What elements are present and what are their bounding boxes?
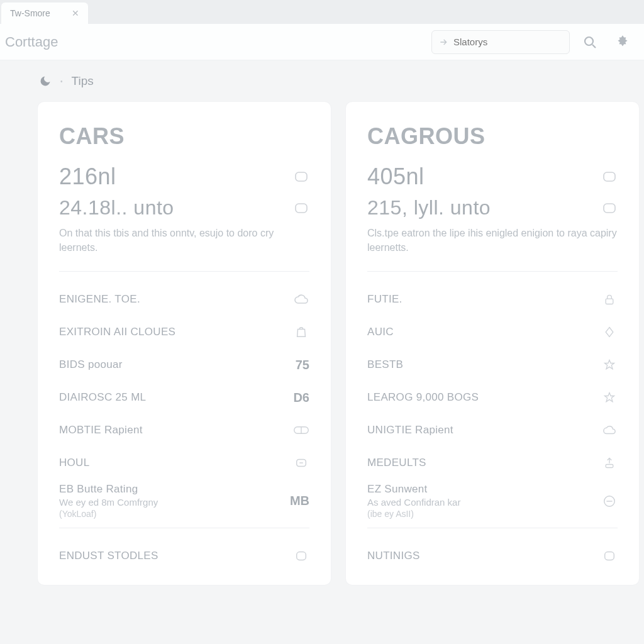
metric-value: 216nl: [59, 164, 116, 190]
item-value: D6: [293, 391, 309, 405]
svg-rect-8: [297, 552, 306, 560]
square-icon: [601, 548, 618, 564]
list-item[interactable]: ENDUST STODLES: [59, 540, 309, 572]
tab-title: Tw-Smore: [10, 8, 50, 18]
browser-tab[interactable]: Tw-Smore ✕: [1, 3, 88, 24]
item-label: AUIC: [367, 326, 394, 338]
section-title: NUTINIGS: [367, 550, 420, 562]
star-icon: [601, 357, 618, 373]
item-label: BIDS poouar: [59, 358, 123, 371]
list-item[interactable]: BESTB: [367, 348, 618, 381]
card-description: On that this tbis and this onntv, esujo …: [59, 226, 309, 255]
item-label: EZ Sunwent: [367, 483, 460, 496]
lock-icon: [601, 291, 618, 308]
cloud-icon: [601, 422, 618, 438]
item-label: UNIGTIE Rapient: [367, 424, 453, 436]
close-icon[interactable]: ✕: [72, 8, 79, 18]
top-bar: Corttage: [0, 24, 644, 60]
item-label: LEAROG 9,000 BOGS: [367, 391, 479, 404]
tab-strip: Tw-Smore ✕: [0, 0, 644, 24]
checkbox-icon[interactable]: [601, 169, 618, 185]
metric-row: 24.18l.. unto: [59, 196, 309, 219]
list-item[interactable]: FUTIE.: [367, 283, 618, 316]
send-icon: [438, 37, 448, 47]
metric-row: 215, lyll. unto: [367, 196, 618, 219]
search-box[interactable]: [431, 30, 570, 54]
svg-rect-9: [604, 172, 615, 181]
svg-rect-12: [606, 465, 613, 468]
svg-line-1: [592, 45, 596, 48]
svg-rect-3: [296, 204, 307, 213]
svg-point-0: [585, 37, 593, 45]
minus-circle-icon: [601, 493, 618, 509]
metric-value: 405nl: [367, 164, 425, 190]
checkbox-icon[interactable]: [293, 169, 309, 185]
metric-row: 405nl: [367, 164, 618, 190]
list-item[interactable]: EZ Sunwent As aved Confidran kar (ibe ey…: [367, 479, 618, 523]
divider: [367, 271, 618, 272]
card-cars: CARS 216nl 24.18l.. unto On that this tb…: [38, 102, 331, 585]
search-icon[interactable]: [577, 30, 602, 55]
item-subtitle-2: (ibe ey AsII): [367, 509, 460, 519]
item-label: ENIGENE. TOE.: [59, 293, 140, 306]
card-title: CAGROUS: [367, 123, 618, 150]
breadcrumb-separator: •: [60, 78, 63, 85]
list-item[interactable]: BIDS poouar 75: [59, 348, 309, 381]
diamond-icon: [601, 324, 618, 340]
list-item[interactable]: DIAIROSC 25 ML D6: [59, 381, 309, 414]
item-subtitle: As aved Confidran kar: [367, 497, 460, 508]
svg-rect-10: [604, 204, 615, 213]
card-title: CARS: [59, 123, 309, 150]
notifications-icon[interactable]: [610, 30, 635, 55]
list-item[interactable]: NUTINIGS: [367, 540, 618, 572]
list-item[interactable]: LEAROG 9,000 BOGS: [367, 381, 618, 414]
upload-icon: [601, 455, 618, 471]
item-value: MB: [290, 494, 309, 508]
list-item[interactable]: EB Butte Rating We ey ed 8m Comfrgny (Yo…: [59, 479, 309, 523]
list-item[interactable]: MEDEULTS: [367, 447, 618, 479]
item-label: FUTIE.: [367, 293, 402, 306]
item-label: BESTB: [367, 358, 403, 371]
item-label: DIAIROSC 25 ML: [59, 391, 146, 404]
breadcrumb-item[interactable]: Tips: [72, 74, 94, 88]
app-title: Corttage: [5, 34, 58, 50]
checkbox-icon[interactable]: [293, 200, 309, 216]
star-icon: [601, 389, 618, 406]
item-label: EXITROIN AII CLOUES: [59, 326, 175, 338]
cloud-icon: [293, 291, 309, 308]
item-label: EB Butte Rating: [59, 483, 158, 496]
list-item[interactable]: UNIGTIE Rapient: [367, 414, 618, 447]
search-input[interactable]: [453, 36, 563, 47]
divider: [367, 528, 618, 528]
list-item[interactable]: ENIGENE. TOE.: [59, 283, 309, 316]
checkbox-icon[interactable]: [601, 200, 618, 216]
box-icon: [293, 455, 309, 471]
bag-icon: [293, 324, 309, 340]
svg-rect-2: [296, 172, 307, 181]
card-cagrous: CAGROUS 405nl 215, lyll. unto Cls.tpe ea…: [346, 102, 639, 585]
metric-value: 24.18l.. unto: [59, 196, 174, 219]
item-subtitle: We ey ed 8m Comfrgny: [59, 497, 158, 508]
moon-icon: [39, 75, 52, 87]
item-label: MOBTIE Rapient: [59, 424, 143, 436]
list-item[interactable]: HOUL: [59, 447, 309, 479]
metric-row: 216nl: [59, 164, 309, 190]
pill-icon: [293, 422, 309, 438]
card-description: Cls.tpe eatron the lipe ihis enigled eni…: [367, 226, 618, 255]
list-item[interactable]: AUIC: [367, 316, 618, 348]
metric-value: 215, lyll. unto: [367, 196, 491, 219]
list-item[interactable]: MOBTIE Rapient: [59, 414, 309, 447]
divider: [59, 271, 309, 272]
item-label: MEDEULTS: [367, 457, 426, 469]
divider: [59, 528, 309, 528]
item-label: HOUL: [59, 457, 89, 469]
svg-rect-11: [606, 299, 613, 304]
list-item[interactable]: EXITROIN AII CLOUES: [59, 316, 309, 348]
item-subtitle-2: (YokLoaf): [59, 509, 158, 519]
svg-rect-15: [605, 552, 614, 560]
item-value: 75: [296, 358, 309, 372]
square-icon: [293, 548, 309, 564]
cards-container: CARS 216nl 24.18l.. unto On that this tb…: [0, 94, 644, 585]
section-title: ENDUST STODLES: [59, 550, 158, 562]
breadcrumb: • Tips: [0, 60, 644, 94]
